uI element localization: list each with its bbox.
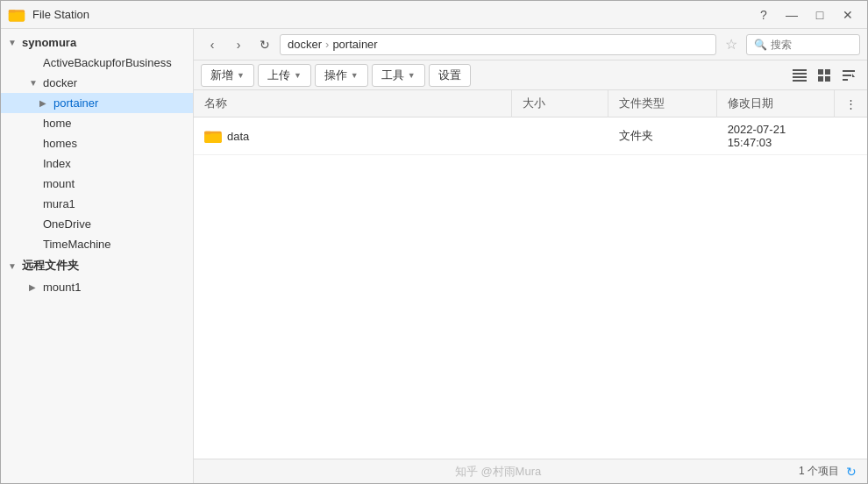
action-label: 操作 (324, 68, 347, 83)
new-dropdown-arrow: ▼ (237, 71, 245, 80)
col-header-type[interactable]: 文件类型 (608, 90, 717, 117)
app-icon (8, 6, 25, 24)
sidebar-item-activebackup[interactable]: ActiveBackupforBusiness (1, 53, 193, 73)
sidebar-item-index-label: Index (43, 157, 71, 170)
titlebar: File Station ? — □ ✕ (1, 1, 867, 29)
svg-rect-5 (793, 76, 807, 78)
action-dropdown-arrow: ▼ (351, 71, 359, 80)
svg-rect-6 (793, 80, 807, 82)
statusbar: 知乎 @村雨Mura 1 个项目 ↻ (194, 459, 867, 483)
folder-icon (204, 129, 222, 143)
sidebar-item-index[interactable]: Index (1, 153, 193, 174)
back-button[interactable]: ‹ (201, 34, 224, 55)
sidebar-item-mura1-label: mura1 (43, 197, 75, 210)
sidebar-item-homes[interactable]: homes (1, 133, 193, 153)
upload-dropdown-arrow: ▼ (294, 71, 302, 80)
sidebar-item-mount[interactable]: mount (1, 174, 193, 194)
svg-rect-8 (825, 69, 830, 75)
app-window: File Station ? — □ ✕ synomura ActiveBack… (0, 0, 868, 484)
table-row[interactable]: data 文件夹 2022-07-21 15:47:03 (194, 117, 867, 155)
breadcrumb-bar: docker › portainer (280, 34, 716, 55)
close-button[interactable]: ✕ (836, 5, 860, 25)
statusbar-refresh-button[interactable]: ↻ (846, 465, 857, 479)
action-bar: 新增 ▼ 上传 ▼ 操作 ▼ 工具 ▼ 设置 (194, 60, 867, 90)
file-date-cell: 2022-07-21 15:47:03 (717, 117, 835, 155)
new-button[interactable]: 新增 ▼ (201, 64, 254, 87)
file-area: 名称 大小 文件类型 修改日期 ⋮ (194, 90, 867, 459)
svg-rect-3 (793, 69, 807, 71)
item-count: 1 个项目 (799, 464, 839, 479)
table-header-row: 名称 大小 文件类型 修改日期 ⋮ (194, 90, 867, 117)
grid-view-button[interactable] (813, 65, 836, 86)
watermark-text: 知乎 @村雨Mura (455, 464, 541, 480)
svg-rect-7 (818, 69, 823, 75)
col-header-size[interactable]: 大小 (512, 90, 608, 117)
sidebar-group-remote[interactable]: 远程文件夹 (1, 254, 193, 277)
action-button[interactable]: 操作 ▼ (315, 64, 368, 87)
upload-button[interactable]: 上传 ▼ (258, 64, 311, 87)
tools-label: 工具 (381, 68, 404, 83)
svg-rect-9 (818, 76, 823, 82)
view-controls (788, 65, 860, 86)
sidebar-item-portainer[interactable]: portainer (1, 93, 193, 113)
file-actions-cell (835, 117, 868, 155)
col-header-date[interactable]: 修改日期 (717, 90, 835, 117)
window-title: File Station (32, 8, 89, 21)
minimize-button[interactable]: — (779, 5, 804, 25)
expand-arrow-synomura (8, 38, 18, 47)
maximize-button[interactable]: □ (808, 5, 832, 25)
settings-button[interactable]: 设置 (429, 64, 471, 87)
sidebar-item-home[interactable]: home (1, 113, 193, 133)
sidebar-item-homes-label: homes (43, 137, 77, 150)
main-layout: synomura ActiveBackupforBusiness docker … (1, 29, 867, 483)
sort-button[interactable] (837, 65, 860, 86)
file-type-cell: 文件夹 (608, 117, 717, 155)
sidebar-item-timemachine[interactable]: TimeMachine (1, 234, 193, 254)
sidebar: synomura ActiveBackupforBusiness docker … (1, 29, 194, 483)
tools-dropdown-arrow: ▼ (408, 71, 416, 80)
sidebar-item-docker[interactable]: docker (1, 73, 193, 93)
new-label: 新增 (210, 68, 233, 83)
svg-rect-10 (825, 76, 830, 82)
help-button[interactable]: ? (751, 5, 776, 25)
window-controls: ? — □ ✕ (751, 5, 860, 25)
svg-rect-1 (9, 11, 25, 21)
sidebar-group-synomura-label: synomura (22, 36, 76, 49)
nav-toolbar: ‹ › ↻ docker › portainer ☆ 🔍 (194, 29, 867, 60)
refresh-button[interactable]: ↻ (253, 34, 276, 55)
search-input[interactable] (771, 39, 850, 51)
breadcrumb-part1: docker (288, 38, 322, 51)
search-icon: 🔍 (754, 39, 767, 51)
tools-button[interactable]: 工具 ▼ (372, 64, 425, 87)
file-name-cell: data (194, 117, 512, 155)
arrow-mount1 (29, 282, 39, 292)
expand-arrow-remote (8, 261, 18, 271)
forward-button[interactable]: › (227, 34, 250, 55)
arrow-portainer (39, 98, 50, 108)
file-size-cell (512, 117, 608, 155)
arrow-docker (29, 78, 39, 88)
content-area: ‹ › ↻ docker › portainer ☆ 🔍 新增 ▼ (194, 29, 867, 483)
sidebar-group-synomura[interactable]: synomura (1, 32, 193, 53)
settings-label: 设置 (438, 68, 461, 83)
upload-label: 上传 (267, 68, 290, 83)
svg-rect-2 (9, 10, 15, 12)
sidebar-group-remote-label: 远程文件夹 (22, 258, 79, 274)
svg-rect-16 (204, 132, 210, 135)
sidebar-item-docker-label: docker (43, 76, 77, 89)
sidebar-item-mount1[interactable]: mount1 (1, 277, 193, 297)
sidebar-item-onedrive[interactable]: OneDrive (1, 214, 193, 234)
svg-rect-15 (204, 133, 222, 143)
list-view-button[interactable] (788, 65, 811, 86)
sidebar-item-activebackup-label: ActiveBackupforBusiness (43, 56, 172, 69)
titlebar-left: File Station (8, 6, 89, 24)
file-table: 名称 大小 文件类型 修改日期 ⋮ (194, 90, 867, 155)
sidebar-item-mura1[interactable]: mura1 (1, 194, 193, 214)
favorite-button[interactable]: ☆ (720, 34, 743, 55)
sort-icon (843, 69, 855, 82)
list-view-icon (793, 69, 807, 82)
col-header-actions: ⋮ (835, 90, 868, 117)
sidebar-item-mount-label: mount (43, 177, 75, 190)
sidebar-item-mount1-label: mount1 (43, 281, 81, 294)
col-header-name[interactable]: 名称 (194, 90, 512, 117)
